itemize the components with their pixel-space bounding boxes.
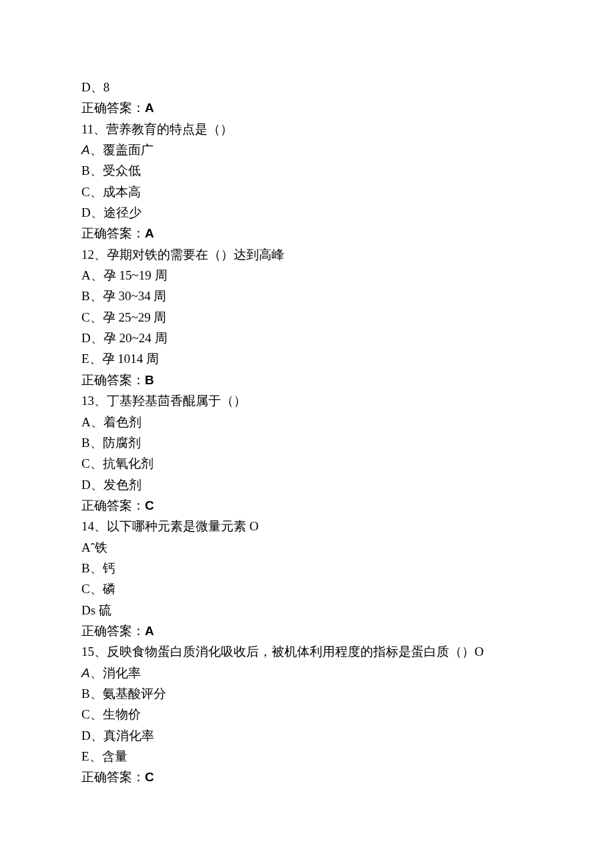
q11-answer-label: 正确答案： [81,226,145,240]
q15-answer-letter: C [145,770,154,784]
q11-stem: 11、营养教育的特点是（） [81,119,614,139]
q12-option-c: C、孕 25~29 周 [81,307,614,328]
q10-answer: 正确答案：A [81,97,614,118]
q13-option-c: C、抗氧化剂 [81,453,614,474]
q14-option-a: Aˆ铁 [81,537,614,558]
q15-option-a-text: 、消化率 [90,666,141,680]
q15-answer: 正确答案：C [81,767,614,787]
q13-option-d: D、发色剂 [81,474,614,495]
q15-stem: 15、反映食物蛋白质消化吸收后，被机体利用程度的指标是蛋白质（）O [81,641,614,662]
q13-option-a: A、着色剂 [81,412,614,432]
q10-answer-letter: A [145,101,154,115]
q12-answer: 正确答案：B [81,370,614,390]
q11-option-a-letter: A [81,143,90,157]
q14-stem: 14、以下哪种元素是微量元素 O [81,516,614,536]
q11-option-b: B、受众低 [81,160,614,181]
q11-answer: 正确答案：A [81,223,614,244]
q12-answer-letter: B [145,373,154,387]
q15-option-d: D、真消化率 [81,725,614,746]
q12-stem: 12、孕期对铁的需要在（）达到高峰 [81,244,614,265]
q11-option-c: C、成本高 [81,181,614,202]
q12-answer-label: 正确答案： [81,373,145,387]
q11-option-a-text: 、覆盖面广 [90,143,154,157]
q11-option-a: A、覆盖面广 [81,139,614,160]
q11-answer-letter: A [145,226,154,240]
q15-option-e: E、含量 [81,746,614,767]
q12-option-a: A、孕 15~19 周 [81,265,614,286]
q13-answer-label: 正确答案： [81,498,145,512]
q11-option-d: D、途径少 [81,202,614,223]
q12-option-d: D、孕 20~24 周 [81,328,614,348]
q13-option-b: B、防腐剂 [81,432,614,453]
q14-answer-label: 正确答案： [81,624,145,638]
q13-answer-letter: C [145,498,154,512]
q12-option-b: B、孕 30~34 周 [81,286,614,306]
q14-answer: 正确答案：A [81,620,614,641]
q15-option-b: B、氨基酸评分 [81,683,614,704]
q14-option-c: C、磷 [81,578,614,599]
q14-option-b: B、钙 [81,558,614,578]
q10-answer-label: 正确答案： [81,101,145,115]
q13-answer: 正确答案：C [81,495,614,516]
q15-option-a-letter: A [81,666,90,680]
q13-stem: 13、丁基羟基茴香醌属于（） [81,390,614,411]
q10-option-d: D、8 [81,77,614,97]
q15-option-c: C、生物价 [81,704,614,725]
q12-option-e: E、孕 1014 周 [81,348,614,369]
q15-answer-label: 正确答案： [81,770,145,784]
q14-option-d: Ds 硫 [81,600,614,620]
q14-answer-letter: A [145,624,154,638]
q15-option-a: A、消化率 [81,663,614,683]
